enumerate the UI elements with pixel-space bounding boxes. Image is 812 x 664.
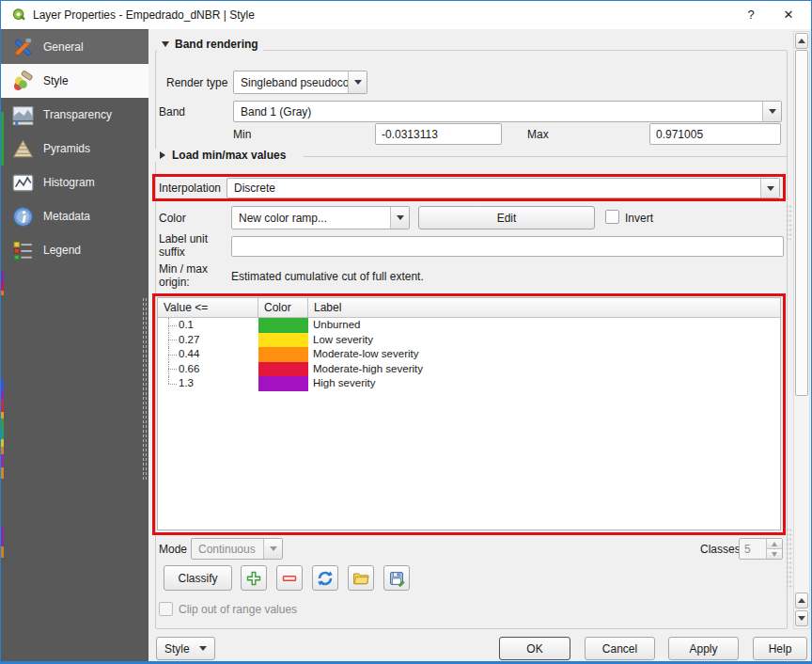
ok-button[interactable]: OK: [499, 637, 570, 660]
color-swatch[interactable]: [258, 376, 308, 391]
band-value: Band 1 (Gray): [234, 105, 762, 119]
save-colormap-button[interactable]: [383, 565, 410, 591]
invert-label: Invert: [625, 212, 653, 225]
class-label[interactable]: High severity: [308, 376, 780, 391]
label-unit-suffix-input[interactable]: [231, 236, 784, 257]
load-colormap-button[interactable]: [348, 565, 374, 591]
remove-icon: [281, 570, 298, 587]
close-button[interactable]: ✕: [773, 1, 804, 29]
edge-artifact: [1, 390, 4, 400]
class-value[interactable]: 1.3: [179, 376, 194, 391]
scroll-up-button-bottom[interactable]: [795, 593, 808, 609]
expand-triangle-icon[interactable]: [160, 151, 165, 159]
class-label[interactable]: Low severity: [308, 333, 780, 348]
classification-table[interactable]: Value <= Color Label 0.1 Unburned 0.27 L…: [157, 297, 781, 530]
vertical-scrollbar[interactable]: [793, 31, 810, 629]
class-value[interactable]: 0.66: [179, 362, 199, 377]
table-row: 1.3 High severity: [158, 376, 780, 391]
color-swatch[interactable]: [258, 318, 308, 333]
invert-checkbox[interactable]: [605, 210, 619, 224]
edge-artifact: [1, 400, 4, 412]
render-type-label: Render type: [166, 76, 227, 89]
sidebar-splitter-handle[interactable]: [142, 297, 148, 481]
load-minmax-label: Load min/max values: [172, 149, 286, 162]
tree-branch-icon: [163, 333, 179, 348]
sidebar-item-transparency[interactable]: Transparency: [1, 98, 148, 132]
apply-button[interactable]: Apply: [668, 637, 739, 660]
sidebar: General Style Transparency: [1, 29, 148, 661]
spin-down-icon[interactable]: [767, 549, 782, 559]
class-value[interactable]: 0.1: [179, 318, 194, 333]
classification-table-header: Value <= Color Label: [158, 298, 780, 318]
sidebar-item-histogram[interactable]: Histogram: [1, 166, 148, 199]
scroll-down-button[interactable]: [795, 610, 808, 626]
chevron-down-icon: [199, 646, 207, 651]
tree-branch-icon: [163, 347, 179, 362]
edit-button[interactable]: Edit: [418, 206, 595, 229]
min-label: Min: [233, 128, 251, 141]
table-row: 0.66 Moderate-high severity: [158, 362, 780, 377]
class-value[interactable]: 0.27: [179, 333, 199, 348]
refresh-button[interactable]: [312, 565, 338, 591]
clip-label: Clip out of range values: [179, 603, 297, 616]
classes-stepper[interactable]: 5: [739, 538, 783, 560]
help-titlebar-button[interactable]: ?: [736, 1, 766, 29]
pyramid-icon: [11, 137, 35, 161]
band-select[interactable]: Band 1 (Gray): [233, 101, 782, 122]
class-label[interactable]: Moderate-high severity: [308, 362, 780, 377]
color-swatch[interactable]: [258, 333, 308, 348]
header-color[interactable]: Color: [258, 298, 308, 317]
min-input[interactable]: [375, 123, 502, 145]
classify-button[interactable]: Classify: [164, 565, 232, 591]
chevron-down-icon: [762, 102, 781, 121]
edge-artifact: [1, 291, 4, 295]
class-label[interactable]: Moderate-low severity: [308, 347, 780, 362]
cancel-button[interactable]: Cancel: [585, 637, 655, 660]
style-menu-button[interactable]: Style: [156, 637, 215, 660]
table-row: 0.44 Moderate-low severity: [158, 347, 780, 362]
sidebar-item-metadata[interactable]: Metadata: [1, 199, 148, 233]
render-type-select[interactable]: Singleband pseudocolor: [233, 71, 367, 94]
tree-branch-icon: [163, 376, 179, 391]
max-input[interactable]: [649, 123, 781, 145]
scroll-up-button[interactable]: [795, 33, 808, 49]
header-value[interactable]: Value <=: [158, 298, 258, 317]
sidebar-item-label: Legend: [43, 244, 81, 257]
open-folder-icon: [352, 570, 369, 587]
collapse-triangle-icon[interactable]: [162, 41, 169, 47]
class-label[interactable]: Unburned: [308, 318, 780, 333]
tree-branch-icon: [163, 362, 179, 377]
sidebar-item-legend[interactable]: Legend: [1, 233, 148, 267]
add-class-button[interactable]: [241, 565, 267, 591]
header-label[interactable]: Label: [308, 298, 780, 317]
color-swatch[interactable]: [258, 347, 308, 362]
ok-button-label: OK: [526, 642, 542, 656]
edge-artifact: [1, 447, 4, 454]
clip-checkbox[interactable]: [159, 602, 173, 616]
edge-artifact: [1, 412, 4, 419]
sidebar-item-pyramids[interactable]: Pyramids: [1, 132, 148, 166]
edge-artifact: [1, 272, 4, 283]
color-ramp-select[interactable]: New color ramp...: [231, 206, 410, 229]
chevron-down-icon: [760, 179, 779, 198]
spin-up-icon[interactable]: [767, 539, 782, 549]
color-swatch[interactable]: [258, 362, 308, 377]
classify-button-label: Classify: [178, 572, 217, 585]
mode-select[interactable]: Continuous: [191, 538, 283, 560]
minmax-origin-label-line1: Min / max: [159, 262, 208, 276]
add-icon: [245, 570, 262, 587]
label-unit-suffix-label-line2: suffix: [159, 245, 185, 259]
sidebar-item-general[interactable]: General: [1, 30, 148, 64]
edge-artifact: [1, 439, 4, 447]
interpolation-select[interactable]: Discrete: [226, 178, 780, 198]
window-title: Layer Properties - Empedrado_dNBR | Styl…: [33, 1, 255, 29]
edge-artifact: [1, 454, 4, 467]
sidebar-item-style[interactable]: Style: [1, 64, 148, 98]
remove-class-button[interactable]: [276, 565, 303, 591]
interpolation-label: Interpolation: [159, 182, 221, 195]
scrollbar-thumb[interactable]: [795, 50, 808, 396]
help-button[interactable]: Help: [753, 637, 807, 660]
legend-list-icon: [11, 239, 35, 262]
class-value[interactable]: 0.44: [179, 347, 199, 362]
histogram-icon: [11, 171, 35, 195]
